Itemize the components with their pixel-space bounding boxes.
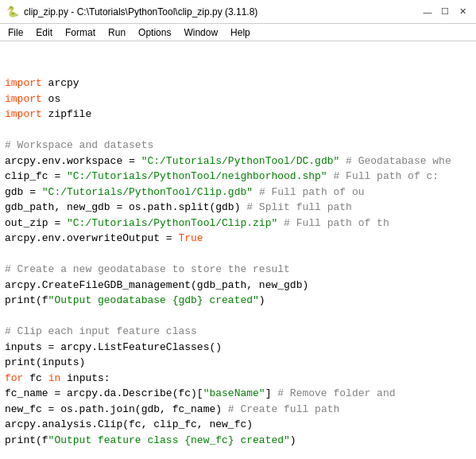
menu-bar: FileEditFormatRunOptionsWindowHelp: [0, 24, 476, 41]
code-line: arcpy.env.overwriteOutput = True: [5, 231, 471, 247]
code-line: inputs = arcpy.ListFeatureClasses(): [5, 340, 471, 356]
code-line: clip_fc = "C:/Tutorials/PythonTool/neigh…: [5, 169, 471, 185]
menu-item-options[interactable]: Options: [134, 26, 176, 39]
app-icon: 🐍: [6, 6, 19, 18]
maximize-button[interactable]: ☐: [438, 5, 452, 19]
code-line: [5, 448, 471, 459]
code-line: new_fc = os.path.join(gdb, fc_name) # Cr…: [5, 402, 471, 418]
code-line: [5, 309, 471, 325]
code-line: arcpy.CreateFileGDB_management(gdb_path,…: [5, 278, 471, 294]
minimize-button[interactable]: —: [420, 5, 435, 19]
title-text: clip_zip.py - C:\Tutorials\PythonTool\cl…: [24, 6, 257, 18]
code-line: arcpy.env.workspace = "C:/Tutorials/Pyth…: [5, 154, 471, 169]
menu-item-window[interactable]: Window: [179, 26, 223, 39]
code-line: out_zip = "C:/Tutorials/PythonTool/Clip.…: [5, 216, 471, 231]
code-line: for fc in inputs:: [5, 371, 471, 387]
code-area: import arcpyimport osimport zipfile # Wo…: [0, 41, 476, 459]
menu-item-format[interactable]: Format: [60, 26, 100, 39]
code-line: arcpy.analysis.Clip(fc, clip_fc, new_fc): [5, 417, 471, 433]
menu-item-run[interactable]: Run: [103, 26, 130, 39]
code-line: print(inputs): [5, 355, 471, 371]
code-line: import arcpy: [5, 76, 471, 91]
code-line: import os: [5, 91, 471, 107]
code-line: [5, 123, 471, 138]
menu-item-edit[interactable]: Edit: [31, 26, 57, 39]
code-line: [5, 247, 471, 263]
code-line: gdb = "C:/Tutorials/PythonTool/Clip.gdb"…: [5, 185, 471, 200]
code-line: # Workspace and datasets: [5, 138, 471, 154]
title-bar: 🐍 clip_zip.py - C:\Tutorials\PythonTool\…: [0, 0, 476, 24]
code-line: print(f"Output feature class {new_fc} cr…: [5, 433, 471, 449]
code-line: # Create a new geodatabase to store the …: [5, 262, 471, 278]
menu-item-help[interactable]: Help: [226, 26, 255, 39]
code-line: import zipfile: [5, 107, 471, 123]
title-controls: — ☐ ✕: [420, 5, 470, 19]
code-line: fc_name = arcpy.da.Describe(fc)["baseNam…: [5, 386, 471, 402]
code-content: import arcpyimport osimport zipfile # Wo…: [0, 41, 476, 459]
close-button[interactable]: ✕: [455, 5, 470, 19]
code-line: # Clip each input feature class: [5, 324, 471, 340]
menu-item-file[interactable]: File: [3, 26, 28, 39]
code-line: print(f"Output geodatabase {gdb} created…: [5, 293, 471, 309]
title-bar-left: 🐍 clip_zip.py - C:\Tutorials\PythonTool\…: [6, 6, 257, 18]
code-line: gdb_path, new_gdb = os.path.split(gdb) #…: [5, 200, 471, 216]
